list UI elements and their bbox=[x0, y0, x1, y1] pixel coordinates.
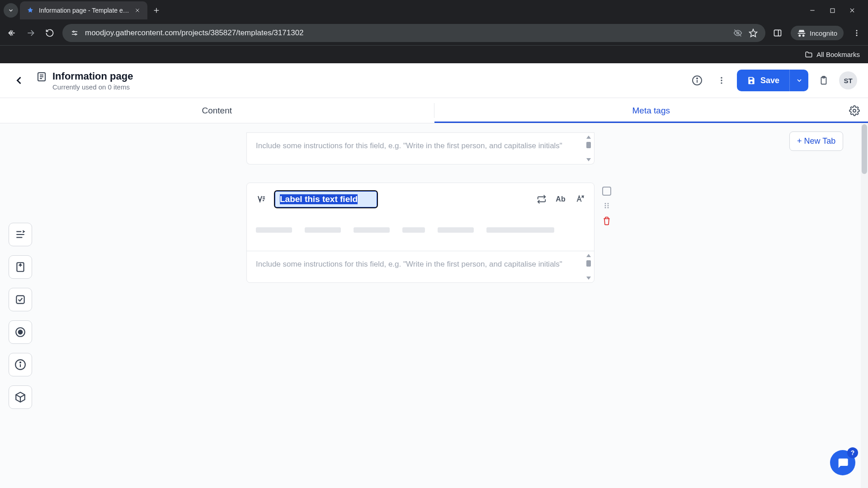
window-controls bbox=[808, 6, 864, 14]
checkbox-icon bbox=[14, 294, 26, 305]
reload-button[interactable] bbox=[43, 27, 56, 39]
chrome-menu-button[interactable] bbox=[851, 27, 863, 39]
select-field-checkbox[interactable] bbox=[602, 187, 611, 196]
skeleton-row bbox=[256, 227, 585, 233]
incognito-indicator[interactable]: Incognito bbox=[791, 26, 844, 40]
info-icon bbox=[14, 359, 26, 371]
instructions-textarea[interactable]: Include some instructions for this field… bbox=[247, 251, 594, 282]
cube-icon bbox=[14, 391, 26, 403]
folder-icon bbox=[805, 51, 813, 59]
text-type-icon bbox=[256, 193, 268, 205]
app-back-button[interactable] bbox=[11, 72, 27, 89]
browser-tab[interactable]: Information page - Template e… bbox=[20, 1, 147, 19]
canvas: Include some instructions for this field… bbox=[41, 123, 782, 488]
drag-handle[interactable] bbox=[601, 200, 612, 211]
svg-point-21 bbox=[856, 33, 858, 34]
tab-meta-tags[interactable]: Meta tags bbox=[434, 98, 868, 123]
save-label: Save bbox=[760, 76, 779, 85]
new-tab-button[interactable] bbox=[149, 3, 164, 18]
tab-search-dropdown[interactable] bbox=[4, 3, 18, 18]
delete-field-button[interactable] bbox=[601, 216, 612, 226]
rail-text-field-button[interactable] bbox=[9, 223, 32, 246]
minimize-button[interactable] bbox=[808, 6, 816, 14]
gear-icon bbox=[849, 105, 860, 116]
minimize-icon bbox=[809, 7, 816, 14]
help-badge: ? bbox=[847, 447, 858, 458]
scroll-down-icon bbox=[586, 158, 591, 161]
formatting-options[interactable] bbox=[574, 194, 585, 205]
tab-title: Information page - Template e… bbox=[39, 7, 129, 14]
scroll-thumb bbox=[586, 260, 591, 267]
page-subtitle: Currently used on 0 items bbox=[52, 83, 133, 91]
textarea-scrollbar[interactable] bbox=[585, 254, 592, 280]
field-label-input[interactable] bbox=[274, 190, 378, 208]
close-tab-button[interactable] bbox=[134, 7, 141, 14]
scroll-thumb bbox=[586, 142, 591, 148]
url-text: moodjoy.gathercontent.com/projects/38582… bbox=[85, 28, 727, 38]
attachment-icon bbox=[14, 261, 26, 273]
textarea-scrollbar[interactable] bbox=[585, 136, 592, 161]
arrow-right-icon bbox=[26, 28, 35, 38]
rail-guideline-button[interactable] bbox=[9, 353, 32, 376]
maximize-button[interactable] bbox=[828, 6, 836, 14]
tab-content[interactable]: Content bbox=[0, 98, 434, 123]
all-bookmarks-label: All Bookmarks bbox=[816, 51, 860, 58]
field-body-placeholder[interactable] bbox=[247, 216, 594, 251]
info-button[interactable] bbox=[688, 71, 706, 89]
svg-point-45 bbox=[608, 203, 609, 204]
forward-button[interactable] bbox=[24, 27, 37, 39]
main-scrollbar[interactable] bbox=[861, 123, 868, 488]
skeleton-bar bbox=[256, 227, 292, 233]
radio-icon bbox=[14, 326, 26, 338]
app-header: Information page Currently used on 0 ite… bbox=[0, 63, 868, 98]
side-panel-button[interactable] bbox=[772, 27, 783, 39]
close-window-button[interactable] bbox=[848, 6, 856, 14]
rail-component-button[interactable] bbox=[9, 385, 32, 409]
save-button[interactable]: Save bbox=[737, 70, 789, 91]
toolbar-right: Incognito bbox=[772, 26, 863, 40]
format-icon bbox=[575, 194, 585, 204]
svg-point-13 bbox=[73, 31, 74, 33]
omnibox[interactable]: moodjoy.gathercontent.com/projects/38582… bbox=[62, 24, 765, 42]
eye-off-icon[interactable] bbox=[733, 28, 743, 38]
rail-radio-button[interactable] bbox=[9, 320, 32, 344]
help-fab[interactable]: ? bbox=[830, 450, 855, 475]
repeatable-toggle[interactable] bbox=[536, 194, 547, 205]
clipboard-button[interactable] bbox=[815, 71, 833, 89]
svg-point-29 bbox=[697, 78, 698, 79]
svg-point-47 bbox=[608, 205, 609, 206]
scroll-up-icon bbox=[586, 136, 591, 139]
chevron-left-icon bbox=[13, 74, 25, 87]
header-actions: Save ST bbox=[688, 70, 857, 91]
back-button[interactable] bbox=[5, 27, 18, 39]
app-tabs: Content Meta tags bbox=[0, 98, 868, 123]
svg-point-44 bbox=[605, 203, 606, 204]
instructions-textarea[interactable]: Include some instructions for this field… bbox=[247, 132, 594, 164]
save-dropdown-button[interactable] bbox=[789, 70, 808, 91]
kebab-icon bbox=[717, 76, 726, 85]
avatar[interactable]: ST bbox=[839, 71, 857, 89]
field-card-previous: Include some instructions for this field… bbox=[246, 132, 594, 164]
svg-point-22 bbox=[856, 35, 858, 36]
rail-attachment-button[interactable] bbox=[9, 255, 32, 279]
field-side-actions bbox=[601, 187, 612, 226]
bookmark-star-icon[interactable] bbox=[748, 28, 758, 38]
more-menu-button[interactable] bbox=[712, 71, 731, 89]
all-bookmarks-button[interactable]: All Bookmarks bbox=[805, 51, 860, 59]
close-icon bbox=[849, 7, 855, 14]
app: Information page Currently used on 0 ite… bbox=[0, 63, 868, 488]
plain-text-toggle[interactable]: Ab bbox=[555, 194, 566, 205]
field-type-rail bbox=[0, 123, 41, 488]
skeleton-bar bbox=[354, 227, 390, 233]
svg-marker-17 bbox=[750, 29, 757, 37]
svg-point-30 bbox=[721, 77, 722, 79]
site-settings-icon[interactable] bbox=[70, 28, 80, 38]
new-tab-button[interactable]: + New Tab bbox=[789, 131, 843, 151]
rail-checkbox-button[interactable] bbox=[9, 288, 32, 311]
close-icon bbox=[135, 8, 140, 13]
right-panel: + New Tab bbox=[782, 123, 868, 488]
svg-point-49 bbox=[608, 207, 609, 208]
tab-settings-button[interactable] bbox=[846, 103, 863, 119]
title-block: Information page Currently used on 0 ite… bbox=[36, 70, 133, 91]
text-field-icon bbox=[14, 229, 26, 240]
